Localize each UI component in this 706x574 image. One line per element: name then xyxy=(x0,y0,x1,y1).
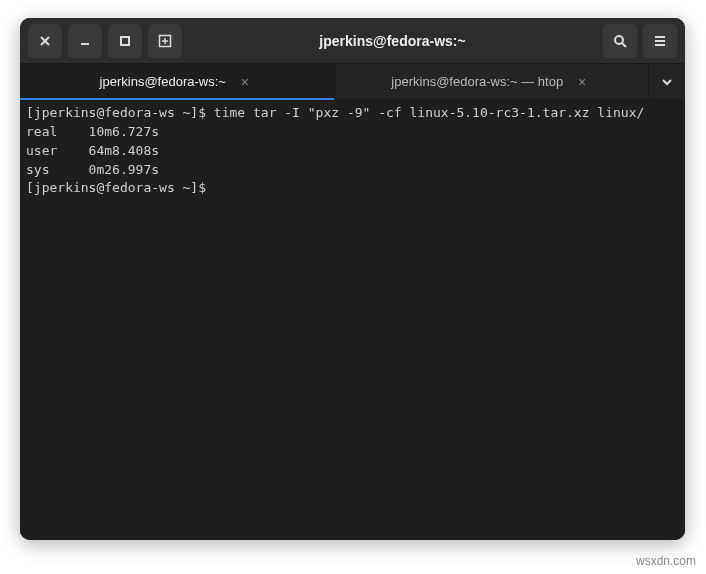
terminal-line: sys 0m26.997s xyxy=(26,161,679,180)
svg-point-2 xyxy=(615,36,623,44)
maximize-icon xyxy=(119,35,131,47)
close-icon xyxy=(39,35,51,47)
search-button[interactable] xyxy=(603,24,637,58)
tab-label: jperkins@fedora-ws:~ — htop xyxy=(391,74,563,89)
terminal-line: [jperkins@fedora-ws ~]$ time tar -I "pxz… xyxy=(26,104,679,123)
terminal-line: [jperkins@fedora-ws ~]$ xyxy=(26,179,679,198)
tab-close-button[interactable]: × xyxy=(236,73,254,91)
minimize-icon xyxy=(79,35,91,47)
tab-label: jperkins@fedora-ws:~ xyxy=(100,74,226,89)
chevron-down-icon xyxy=(661,76,673,88)
tab-dropdown-button[interactable] xyxy=(649,64,685,99)
menu-button[interactable] xyxy=(643,24,677,58)
tab-terminal-1[interactable]: jperkins@fedora-ws:~ × xyxy=(20,64,335,99)
hamburger-icon xyxy=(653,34,667,48)
terminal-output[interactable]: [jperkins@fedora-ws ~]$ time tar -I "pxz… xyxy=(20,100,685,540)
tab-close-button[interactable]: × xyxy=(573,73,591,91)
maximize-button[interactable] xyxy=(108,24,142,58)
watermark: wsxdn.com xyxy=(636,554,696,568)
terminal-window: jperkins@fedora-ws:~ jperkins@fedora-ws:… xyxy=(20,18,685,540)
svg-rect-0 xyxy=(121,37,129,45)
titlebar: jperkins@fedora-ws:~ xyxy=(20,18,685,64)
tab-terminal-2[interactable]: jperkins@fedora-ws:~ — htop × xyxy=(335,64,650,99)
close-button[interactable] xyxy=(28,24,62,58)
terminal-line: real 10m6.727s xyxy=(26,123,679,142)
new-tab-button[interactable] xyxy=(148,24,182,58)
new-tab-icon xyxy=(158,34,172,48)
minimize-button[interactable] xyxy=(68,24,102,58)
window-title: jperkins@fedora-ws:~ xyxy=(188,33,597,49)
close-icon: × xyxy=(241,74,249,90)
search-icon xyxy=(613,34,627,48)
tabbar: jperkins@fedora-ws:~ × jperkins@fedora-w… xyxy=(20,64,685,100)
terminal-line: user 64m8.408s xyxy=(26,142,679,161)
close-icon: × xyxy=(578,74,586,90)
